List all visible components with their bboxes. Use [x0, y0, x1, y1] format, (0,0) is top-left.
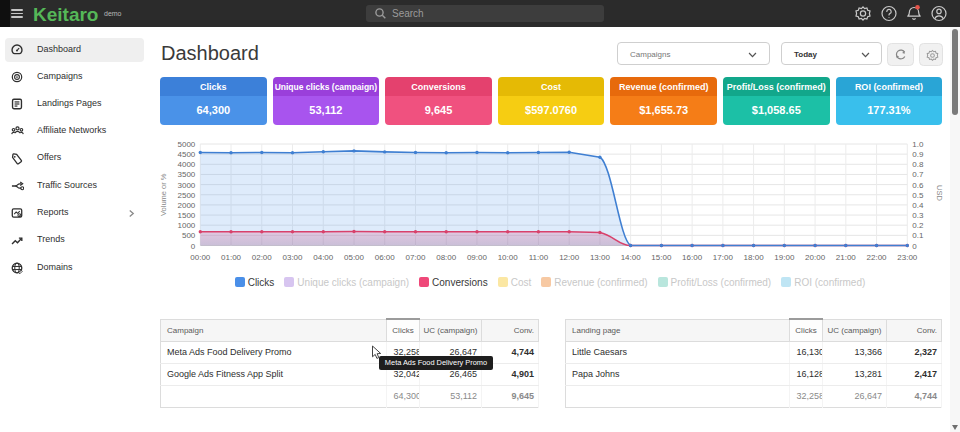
svg-text:2000: 2000 — [178, 201, 196, 210]
svg-text:0: 0 — [912, 242, 917, 251]
svg-text:05:00: 05:00 — [344, 253, 365, 262]
svg-text:0.6: 0.6 — [912, 181, 924, 190]
svg-text:03:00: 03:00 — [283, 253, 304, 262]
svg-text:3000: 3000 — [178, 181, 196, 190]
svg-text:23:00: 23:00 — [897, 253, 918, 262]
svg-text:0.3: 0.3 — [912, 211, 924, 220]
svg-text:1.0: 1.0 — [912, 140, 924, 149]
svg-text:20:00: 20:00 — [805, 253, 826, 262]
svg-text:USD: USD — [935, 185, 944, 201]
svg-text:0.4: 0.4 — [912, 201, 924, 210]
svg-text:19:00: 19:00 — [774, 253, 795, 262]
svg-text:2500: 2500 — [178, 191, 196, 200]
svg-text:0: 0 — [191, 242, 196, 251]
svg-text:17:00: 17:00 — [713, 253, 734, 262]
svg-text:11:00: 11:00 — [529, 253, 549, 262]
svg-text:500: 500 — [182, 231, 196, 240]
svg-text:18:00: 18:00 — [744, 253, 765, 262]
svg-text:06:00: 06:00 — [375, 253, 396, 262]
svg-text:5000: 5000 — [178, 140, 196, 149]
svg-text:0.8: 0.8 — [912, 160, 924, 169]
svg-text:07:00: 07:00 — [405, 253, 426, 262]
svg-text:4500: 4500 — [178, 150, 196, 159]
svg-text:15:00: 15:00 — [651, 253, 672, 262]
svg-text:16:00: 16:00 — [682, 253, 703, 262]
svg-text:10:00: 10:00 — [498, 253, 519, 262]
svg-text:00:00: 00:00 — [190, 253, 211, 262]
svg-text:01:00: 01:00 — [221, 253, 242, 262]
svg-text:3500: 3500 — [178, 170, 196, 179]
svg-text:04:00: 04:00 — [313, 253, 334, 262]
svg-text:1500: 1500 — [178, 211, 196, 220]
svg-text:0.7: 0.7 — [912, 170, 924, 179]
svg-text:Volume or %: Volume or % — [159, 173, 168, 216]
svg-text:0.1: 0.1 — [912, 231, 924, 240]
svg-text:0.9: 0.9 — [912, 150, 924, 159]
svg-text:13:00: 13:00 — [590, 253, 611, 262]
svg-text:08:00: 08:00 — [436, 253, 457, 262]
svg-text:1000: 1000 — [178, 221, 196, 230]
svg-text:02:00: 02:00 — [252, 253, 273, 262]
svg-text:0.2: 0.2 — [912, 221, 924, 230]
svg-text:22:00: 22:00 — [867, 253, 888, 262]
svg-text:21:00: 21:00 — [836, 253, 857, 262]
svg-text:09:00: 09:00 — [467, 253, 488, 262]
svg-text:4000: 4000 — [178, 160, 196, 169]
svg-text:0.5: 0.5 — [912, 191, 924, 200]
svg-text:14:00: 14:00 — [621, 253, 642, 262]
svg-text:12:00: 12:00 — [559, 253, 580, 262]
